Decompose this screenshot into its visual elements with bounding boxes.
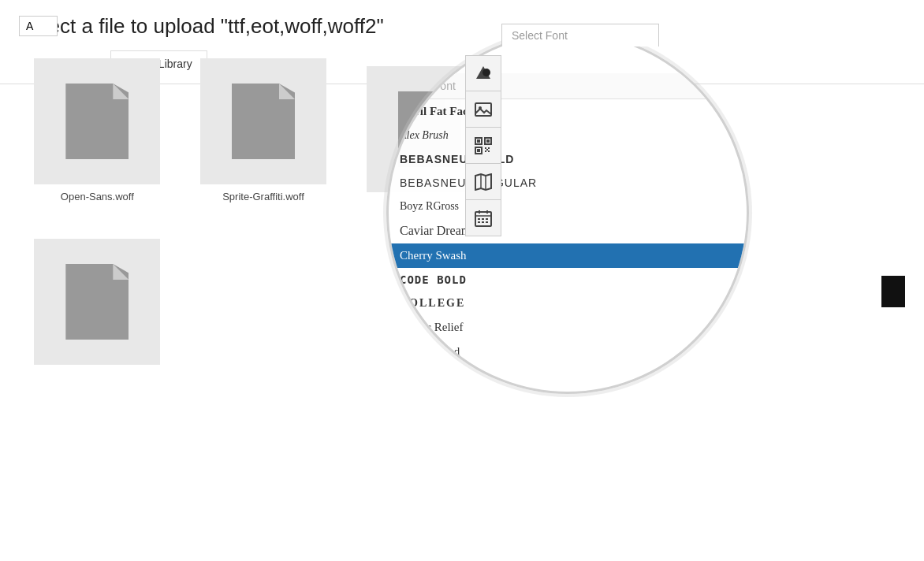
dropdown-item-code-bold[interactable]: CODE BOLD xyxy=(389,268,747,292)
filter-select[interactable]: A B C xyxy=(19,16,58,36)
dropdown-peek-text: Select Font xyxy=(512,29,568,42)
icon-sidebar xyxy=(465,55,501,236)
dropdown-item-abril[interactable]: Abril Fat Face xyxy=(389,99,747,124)
dropdown-item-boyz[interactable]: Boyz RGross xyxy=(389,195,747,218)
svg-rect-24 xyxy=(486,218,488,220)
dropdown-item-comic[interactable]: Comic Relief xyxy=(389,315,747,340)
dropdown-item-bebasneue-regular[interactable]: BEBASNEUE REGULAR xyxy=(389,171,747,195)
svg-rect-2 xyxy=(475,103,491,116)
file-item-open-sans[interactable]: Open-Sans.woff xyxy=(19,49,176,212)
file-name: Open-Sans.woff xyxy=(61,191,134,202)
svg-rect-13 xyxy=(488,150,490,152)
file-item-4[interactable] xyxy=(19,229,176,381)
file-icon xyxy=(65,264,129,340)
map-icon-btn[interactable] xyxy=(465,164,501,200)
svg-rect-9 xyxy=(477,149,480,152)
svg-rect-5 xyxy=(477,139,480,143)
file-icon xyxy=(232,84,295,159)
svg-point-1 xyxy=(482,69,490,76)
svg-rect-10 xyxy=(485,147,486,149)
qr-icon-btn[interactable] xyxy=(465,128,501,164)
calendar-icon-btn[interactable] xyxy=(465,200,501,236)
svg-rect-25 xyxy=(478,221,480,223)
svg-rect-23 xyxy=(482,218,484,220)
svg-rect-12 xyxy=(485,150,486,152)
image-icon-btn[interactable] xyxy=(465,91,501,128)
svg-rect-7 xyxy=(486,139,490,143)
dropdown-item-radius[interactable]: Radius Swash xyxy=(389,388,747,394)
main-content: A B C Open-Sans.woff Sprite-Graffiti.wof… xyxy=(0,0,924,396)
svg-rect-14 xyxy=(486,149,488,150)
dropdown-item-college[interactable]: COLLEGE xyxy=(389,292,747,315)
file-item-sprite[interactable]: Sprite-Graffiti.woff xyxy=(185,49,342,212)
svg-rect-11 xyxy=(488,147,490,149)
svg-rect-26 xyxy=(482,221,484,223)
file-name: Sprite-Graffiti.woff xyxy=(222,191,304,202)
file-thumb xyxy=(200,58,326,184)
svg-marker-15 xyxy=(475,174,491,190)
svg-rect-27 xyxy=(486,221,488,223)
filter-row: A B C xyxy=(19,16,905,36)
magnify-circle: Select Font Abril Fat Face Alex Brush BE… xyxy=(386,32,749,394)
dropdown-item-caviar[interactable]: Caviar Dreams xyxy=(389,218,747,243)
file-icon xyxy=(65,84,129,159)
dropdown-item-cherry[interactable]: Cherry Swash xyxy=(389,243,747,268)
file-thumb xyxy=(34,239,160,365)
black-rect xyxy=(881,276,905,307)
dropdown-item-alex[interactable]: Alex Brush xyxy=(389,124,747,147)
shapes-icon-btn[interactable] xyxy=(465,55,501,91)
dropdown-item-bebasneue-bold[interactable]: BEBASNEUE BOLD xyxy=(389,147,747,171)
svg-rect-22 xyxy=(478,218,480,220)
dropdown-peek: Select Font xyxy=(501,24,659,46)
file-thumb xyxy=(34,58,160,184)
